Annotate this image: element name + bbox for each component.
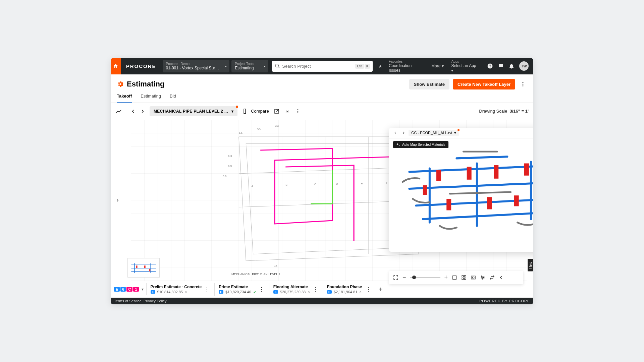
model-file-dropdown[interactable]: GC - PCOR_MH_ALL.rvt ▾ bbox=[409, 130, 459, 136]
svg-line-52 bbox=[409, 182, 533, 188]
svg-line-58 bbox=[457, 157, 507, 158]
svg-point-1 bbox=[523, 84, 524, 85]
svg-text:AA: AA bbox=[239, 131, 243, 135]
zoom-out-icon[interactable]: − bbox=[402, 274, 406, 281]
svg-text:D: D bbox=[336, 182, 338, 185]
download-icon[interactable] bbox=[284, 108, 290, 114]
unsaved-indicator-icon bbox=[236, 106, 238, 108]
chevron-down-icon: ▾ bbox=[231, 109, 233, 114]
card-overflow-icon[interactable]: ⋮ bbox=[366, 286, 371, 293]
favorites-link[interactable]: Favorites Coordination Issues bbox=[385, 58, 427, 74]
svg-rect-61 bbox=[436, 170, 441, 181]
compare-icon[interactable]: Compare bbox=[243, 108, 269, 114]
model-3d-viewport[interactable] bbox=[389, 138, 533, 240]
help-icon[interactable] bbox=[487, 63, 493, 69]
grid-icon[interactable] bbox=[461, 275, 467, 280]
svg-rect-34 bbox=[144, 265, 146, 268]
svg-rect-3 bbox=[244, 109, 246, 114]
page-title: Estimating bbox=[127, 80, 164, 88]
add-estimate-button[interactable]: + bbox=[376, 286, 386, 293]
svg-line-57 bbox=[423, 212, 533, 219]
search-icon bbox=[275, 63, 280, 69]
svg-rect-37 bbox=[462, 276, 464, 277]
svg-rect-64 bbox=[524, 163, 529, 175]
left-rail-expand[interactable] bbox=[111, 120, 124, 281]
drawing-selector[interactable]: MECHANICAL PIPE PLAN LEVEL 2 ... ▾ bbox=[150, 106, 237, 116]
privacy-link[interactable]: Privacy Policy bbox=[144, 299, 166, 303]
create-takeoff-layer-button[interactable]: Create New Takeoff Layer bbox=[453, 79, 515, 89]
chat-icon[interactable] bbox=[498, 63, 504, 69]
tools-dropdown[interactable]: Project Tools Estimating bbox=[231, 60, 268, 72]
estimate-card[interactable]: Flooring Alternate E$20,275,239.33○ ⋮ bbox=[269, 283, 320, 295]
terms-link[interactable]: Terms of Service bbox=[114, 299, 142, 303]
favorite-star-icon[interactable]: ★ bbox=[375, 58, 385, 74]
svg-rect-67 bbox=[514, 195, 519, 206]
measure-tool-icon[interactable] bbox=[115, 108, 126, 115]
svg-text:Z1: Z1 bbox=[274, 264, 277, 267]
svg-point-9 bbox=[297, 112, 298, 113]
fullscreen-icon[interactable] bbox=[393, 275, 398, 280]
svg-rect-65 bbox=[446, 199, 451, 210]
overflow-menu-icon[interactable] bbox=[519, 80, 527, 88]
user-avatar[interactable]: TW bbox=[519, 61, 529, 71]
svg-point-0 bbox=[523, 82, 524, 83]
project-dropdown[interactable]: Procore - Demo 01-001 - Vortex Special S… bbox=[163, 60, 230, 72]
toolbar-overflow-icon[interactable] bbox=[295, 109, 301, 114]
tab-bid[interactable]: Bid bbox=[170, 94, 176, 103]
apps-dropdown[interactable]: Apps Select an App ▾ bbox=[448, 58, 482, 74]
tab-estimating[interactable]: Estimating bbox=[141, 94, 161, 103]
estimate-card[interactable]: Prime Estimate E$19,820,734.40✔ ⋮ bbox=[214, 283, 266, 296]
collapse-icon[interactable] bbox=[499, 275, 503, 280]
panel-prev-icon[interactable] bbox=[392, 130, 398, 136]
svg-rect-36 bbox=[453, 276, 457, 279]
show-estimate-button[interactable]: Show Estimate bbox=[409, 79, 449, 89]
drawing-scale: Drawing Scale 3/16" = 1' bbox=[479, 109, 529, 114]
card-overflow-icon[interactable]: ⋮ bbox=[313, 286, 318, 293]
svg-text:A: A bbox=[251, 184, 253, 188]
tools-value: Estimating bbox=[235, 66, 259, 70]
svg-text:6.5: 6.5 bbox=[228, 164, 232, 168]
search-input[interactable] bbox=[280, 62, 355, 71]
tabs: Takeoff Estimating Bid bbox=[111, 89, 533, 103]
fit-icon[interactable] bbox=[452, 275, 457, 280]
model-3d-panel: GC - PCOR_MH_ALL.rvt ▾ Auto-Map Selected… bbox=[389, 128, 533, 252]
next-drawing-button[interactable] bbox=[139, 108, 146, 115]
settings-icon[interactable] bbox=[480, 275, 485, 280]
svg-rect-33 bbox=[136, 265, 138, 268]
bell-icon[interactable] bbox=[508, 63, 515, 69]
card-overflow-icon[interactable]: ⋮ bbox=[204, 286, 210, 293]
svg-rect-63 bbox=[494, 165, 498, 178]
prev-drawing-button[interactable] bbox=[129, 108, 137, 115]
top-nav: PROCORE Procore - Demo 01-001 - Vortex S… bbox=[111, 58, 533, 74]
svg-text:F: F bbox=[386, 181, 388, 184]
project-value: 01-001 - Vortex Special Surg... bbox=[166, 66, 220, 70]
estimate-card[interactable]: Foundation Phase E$2,181,964.81○ ⋮ bbox=[323, 283, 373, 295]
estimate-badges[interactable]: E 6 C 1 ▾ bbox=[114, 287, 144, 292]
frame-icon[interactable] bbox=[471, 275, 476, 280]
help-tab[interactable]: Help bbox=[528, 259, 533, 272]
svg-line-60 bbox=[450, 192, 511, 194]
kbd-k: K bbox=[365, 64, 370, 69]
search-box[interactable]: Ctrl K bbox=[272, 61, 373, 72]
svg-rect-62 bbox=[467, 167, 472, 179]
svg-rect-42 bbox=[472, 277, 474, 278]
unsaved-indicator-icon bbox=[458, 129, 460, 131]
estimate-card[interactable]: Prelim Estimate - Concrete E$10,814,302.… bbox=[146, 283, 212, 295]
svg-point-48 bbox=[482, 278, 483, 279]
swap-icon[interactable] bbox=[489, 275, 495, 280]
home-button[interactable] bbox=[111, 58, 121, 74]
svg-rect-38 bbox=[464, 276, 466, 277]
panel-next-icon[interactable] bbox=[400, 130, 407, 136]
tab-takeoff[interactable]: Takeoff bbox=[117, 94, 132, 103]
more-dropdown[interactable]: More ▾ bbox=[427, 58, 448, 74]
open-external-icon[interactable] bbox=[274, 108, 280, 114]
footer: Terms of Service Privacy Policy POWERED … bbox=[111, 298, 533, 304]
zoom-in-icon[interactable]: + bbox=[444, 274, 448, 281]
tools-label: Project Tools bbox=[235, 62, 259, 66]
svg-text:E: E bbox=[361, 182, 363, 185]
zoom-slider[interactable] bbox=[410, 277, 440, 278]
drawing-thumbnail[interactable] bbox=[127, 258, 160, 278]
chevron-down-icon[interactable]: ▾ bbox=[142, 287, 144, 292]
app-window: PROCORE Procore - Demo 01-001 - Vortex S… bbox=[111, 58, 533, 304]
card-overflow-icon[interactable]: ⋮ bbox=[259, 286, 264, 293]
